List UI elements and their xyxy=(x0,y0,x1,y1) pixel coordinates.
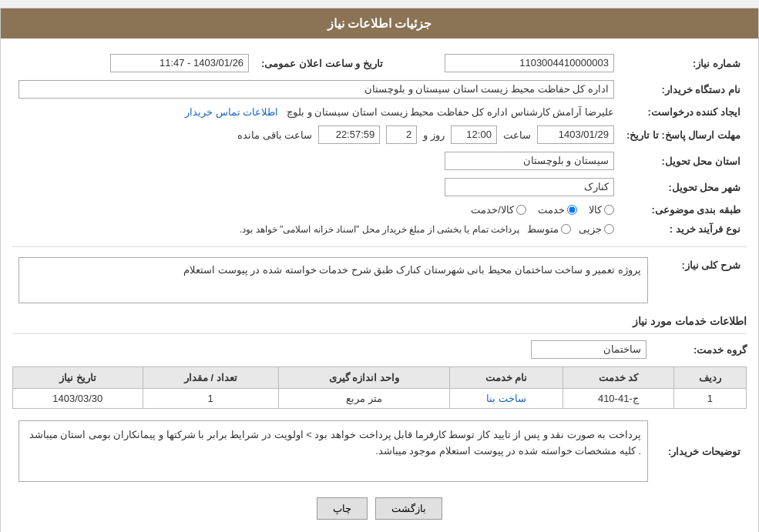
cell-row-num: 1 xyxy=(673,389,746,409)
buyer-org-cell: اداره کل حفاظت محیط زیست استان سیستان و … xyxy=(12,76,620,102)
col-header-unit: واحد اندازه گیری xyxy=(278,367,449,389)
deadline-remaining: 22:57:59 xyxy=(318,125,380,144)
province-cell: سیستان و بلوچستان xyxy=(12,148,620,174)
category-kala-khedmat-radio[interactable] xyxy=(516,205,526,215)
date-time-value: 1403/01/26 - 11:47 xyxy=(110,54,249,72)
divider-1 xyxy=(12,246,747,247)
date-time-label: تاریخ و ساعت اعلان عمومی: xyxy=(255,50,389,76)
description-label: شرح کلی نیاز: xyxy=(654,253,747,307)
col-header-service-name: نام خدمت xyxy=(450,367,563,389)
cell-service-code: ج-41-410 xyxy=(563,389,673,409)
page-wrapper: جزئیات اطلاعات نیاز شماره نیاز: 11030044… xyxy=(0,8,759,532)
col-header-date: تاریخ نیاز xyxy=(13,367,143,389)
notes-table: توضیحات خریدار: پرداخت به صورت نقد و پس … xyxy=(12,417,747,486)
description-table: شرح کلی نیاز: پروژه تعمیر و ساخت ساختمان… xyxy=(12,253,747,307)
purchase-type-jozi-label: جزیی xyxy=(579,223,602,235)
city-value: کنارک xyxy=(445,178,614,196)
notes-value: پرداخت به صورت نقد و پس از تایید کار توس… xyxy=(18,420,648,482)
deadline-days: 2 xyxy=(386,125,417,144)
services-table: ردیف کد خدمت نام خدمت واحد اندازه گیری ت… xyxy=(12,366,747,409)
description-value: پروژه تعمیر و ساخت ساختمان محیط بانی شهر… xyxy=(18,257,648,303)
purchase-type-cell: جزیی متوسط پرداخت تمام یا بخشی از مبلغ خ… xyxy=(12,219,620,239)
deadline-time: 12:00 xyxy=(451,125,497,144)
page-title: جزئیات اطلاعات نیاز xyxy=(327,17,432,30)
services-section-title: اطلاعات خدمات مورد نیاز xyxy=(12,315,747,327)
purchase-type-jozi-radio[interactable] xyxy=(604,224,614,234)
category-kala-khedmat-label: کالا/خدمت xyxy=(471,204,514,216)
province-label: استان محل تحویل: xyxy=(620,148,747,174)
purchase-type-jozi[interactable]: جزیی xyxy=(579,223,614,235)
creator-contact-link[interactable]: اطلاعات تماس خریدار xyxy=(185,106,278,118)
category-khedmat-label: خدمت xyxy=(538,204,565,216)
deadline-date: 1403/01/29 xyxy=(537,125,614,144)
buyer-org-label: نام دستگاه خریدار: xyxy=(620,76,747,102)
deadline-time-label: ساعت xyxy=(503,129,531,141)
col-header-quantity: تعداد / مقدار xyxy=(143,367,278,389)
service-group-row: گروه خدمت: ساختمان xyxy=(12,340,747,359)
button-row: بازگشت چاپ xyxy=(12,497,747,520)
deadline-cell: 1403/01/29 ساعت 12:00 روز و 2 22:57:59 س… xyxy=(12,122,620,148)
notes-cell: پرداخت به صورت نقد و پس از تایید کار توس… xyxy=(12,417,654,486)
print-button[interactable]: چاپ xyxy=(317,497,368,520)
purchase-type-note: پرداخت تمام یا بخشی از مبلغ خریدار محل "… xyxy=(240,224,519,235)
deadline-remaining-label: ساعت باقی مانده xyxy=(237,129,312,141)
deadline-days-label: روز و xyxy=(423,129,445,141)
need-number-label: شماره نیاز: xyxy=(620,50,747,76)
table-row: 1 ج-41-410 ساخت بنا متر مربع 1 1403/03/3… xyxy=(13,389,747,409)
province-value: سیستان و بلوچستان xyxy=(445,152,614,170)
cell-quantity: 1 xyxy=(143,389,278,409)
back-button[interactable]: بازگشت xyxy=(375,497,442,520)
date-time-cell: 1403/01/26 - 11:47 xyxy=(12,50,255,76)
buyer-org-value: اداره کل حفاظت محیط زیست استان سیستان و … xyxy=(18,80,614,99)
deadline-label: مهلت ارسال پاسخ: تا تاریخ: xyxy=(620,122,747,148)
service-group-label: گروه خدمت: xyxy=(654,344,747,356)
col-header-row-num: ردیف xyxy=(673,367,746,389)
category-kala-khedmat[interactable]: کالا/خدمت xyxy=(471,204,526,216)
creator-cell: علیرضا آرامش کارشناس اداره کل حفاظت محیط… xyxy=(12,102,620,122)
divider-2 xyxy=(12,333,747,334)
col-header-service-code: کد خدمت xyxy=(563,367,673,389)
need-number-value: 1103004410000003 xyxy=(445,54,614,72)
category-khedmat[interactable]: خدمت xyxy=(538,204,577,216)
city-cell: کنارک xyxy=(12,174,620,200)
category-cell: کالا خدمت کالا/خدمت xyxy=(12,200,620,219)
service-group-value: ساختمان xyxy=(531,340,646,359)
cell-unit: متر مربع xyxy=(278,389,449,409)
page-header: جزئیات اطلاعات نیاز xyxy=(1,8,758,38)
purchase-type-mottavasset-radio[interactable] xyxy=(561,224,571,234)
purchase-type-label: نوع فرآیند خرید : xyxy=(620,219,747,239)
category-kala-radio[interactable] xyxy=(604,205,614,215)
description-cell: پروژه تعمیر و ساخت ساختمان محیط بانی شهر… xyxy=(12,253,654,307)
creator-label: ایجاد کننده درخواست: xyxy=(620,102,747,122)
category-khedmat-radio[interactable] xyxy=(567,205,577,215)
category-kala-label: کالا xyxy=(589,204,602,216)
need-number-cell: 1103004410000003 xyxy=(389,50,620,76)
category-kala[interactable]: کالا xyxy=(589,204,614,216)
info-table-top: شماره نیاز: 1103004410000003 تاریخ و ساع… xyxy=(12,50,747,239)
city-label: شهر محل تحویل: xyxy=(620,174,747,200)
main-content: شماره نیاز: 1103004410000003 تاریخ و ساع… xyxy=(1,38,758,532)
purchase-type-mottavasset-label: متوسط xyxy=(527,223,559,235)
cell-date: 1403/03/30 xyxy=(13,389,143,409)
purchase-type-mottavasset[interactable]: متوسط xyxy=(527,223,571,235)
notes-label: توضیحات خریدار: xyxy=(654,417,747,486)
creator-value: علیرضا آرامش کارشناس اداره کل حفاظت محیط… xyxy=(287,106,614,118)
cell-service-name: ساخت بنا xyxy=(450,389,563,409)
category-label: طبقه بندی موضوعی: xyxy=(620,200,747,219)
